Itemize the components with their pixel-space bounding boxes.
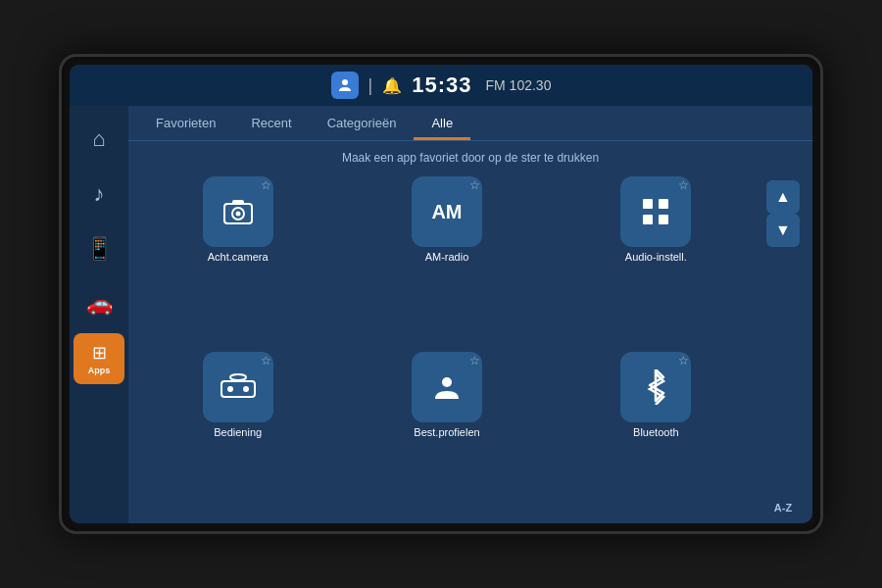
- home-icon: ⌂: [92, 126, 105, 152]
- am-radio-label: AM-radio: [425, 251, 469, 263]
- sidebar-item-home[interactable]: ⌂: [74, 114, 124, 165]
- app-icon-wrapper-bediening: ☆: [203, 352, 273, 422]
- radio-display: FM 102.30: [486, 77, 552, 93]
- sidebar-item-apps[interactable]: ⊞ Apps: [74, 333, 124, 384]
- am-text: AM: [431, 201, 462, 223]
- scroll-up-button[interactable]: ▲: [766, 180, 800, 214]
- music-icon: ♪: [94, 181, 105, 207]
- az-sort-label[interactable]: A-Z: [774, 502, 792, 514]
- svg-point-0: [342, 79, 348, 85]
- svg-point-13: [442, 377, 452, 387]
- side-controls: ▲ ▼ A-Z: [763, 176, 803, 517]
- main-panel: Favorieten Recent Categorieën Alle Maak …: [128, 106, 812, 523]
- tabs-bar: Favorieten Recent Categorieën Alle: [128, 106, 812, 141]
- sidebar-item-music[interactable]: ♪: [74, 169, 124, 220]
- svg-point-12: [243, 386, 249, 392]
- tab-alle[interactable]: Alle: [414, 106, 470, 140]
- audio-instell-star[interactable]: ☆: [678, 178, 689, 192]
- app-icon-wrapper-audio-instell: ☆: [620, 176, 691, 247]
- car-display-frame: | 🔔 15:33 FM 102.30 ⌂ ♪ 📱 🚗: [59, 54, 823, 534]
- app-item-best-profielen[interactable]: ☆ Best.profielen: [347, 352, 546, 517]
- infotainment-screen: | 🔔 15:33 FM 102.30 ⌂ ♪ 📱 🚗: [70, 65, 812, 523]
- bediening-star[interactable]: ☆: [261, 354, 271, 368]
- app-icon-wrapper-best-profielen: ☆: [412, 352, 482, 422]
- app-item-bluetooth[interactable]: ☆ Bluetooth: [557, 352, 756, 517]
- sidebar-item-phone[interactable]: 📱: [74, 223, 124, 274]
- svg-rect-5: [643, 199, 653, 209]
- app-item-audio-instell[interactable]: ☆ Audio-instell.: [557, 176, 756, 342]
- svg-rect-3: [232, 200, 244, 205]
- header-divider: |: [368, 75, 373, 96]
- acht-camera-label: Acht.camera: [208, 251, 269, 263]
- hint-text: Maak een app favoriet door op de ster te…: [128, 141, 812, 171]
- app-item-am-radio[interactable]: AM ☆ AM-radio: [347, 176, 546, 342]
- app-icon-wrapper-acht-camera: ☆: [203, 176, 273, 247]
- best-profielen-label: Best.profielen: [414, 426, 479, 438]
- svg-rect-8: [659, 215, 668, 224]
- am-radio-star[interactable]: ☆: [469, 178, 480, 192]
- apps-icon: ⊞: [92, 342, 107, 364]
- content-area: ⌂ ♪ 📱 🚗 ⊞ Apps: [70, 106, 812, 523]
- app-item-bediening[interactable]: ☆ Bediening: [138, 352, 337, 517]
- sidebar-item-car[interactable]: 🚗: [74, 278, 124, 329]
- chevron-down-icon: ▼: [775, 221, 791, 239]
- bluetooth-label: Bluetooth: [633, 426, 678, 438]
- car-icon: 🚗: [86, 291, 113, 317]
- svg-point-10: [230, 374, 246, 380]
- tab-favorieten[interactable]: Favorieten: [138, 106, 233, 140]
- header-bar: | 🔔 15:33 FM 102.30: [70, 65, 812, 106]
- sidebar: ⌂ ♪ 📱 🚗 ⊞ Apps: [70, 106, 128, 523]
- clock-display: 15:33: [412, 73, 471, 98]
- bluetooth-star[interactable]: ☆: [678, 354, 689, 368]
- app-item-acht-camera[interactable]: ☆ Acht.camera: [138, 176, 337, 342]
- profile-icon[interactable]: [331, 72, 359, 99]
- phone-icon: 📱: [86, 236, 113, 262]
- best-profielen-star[interactable]: ☆: [469, 354, 480, 368]
- bediening-label: Bediening: [214, 426, 262, 438]
- app-grid-wrapper: ☆ Acht.camera AM ☆: [128, 171, 812, 523]
- app-icon-wrapper-bluetooth: ☆: [620, 352, 691, 422]
- tab-categorieen[interactable]: Categorieën: [310, 106, 415, 140]
- svg-rect-6: [659, 199, 668, 209]
- acht-camera-star[interactable]: ☆: [261, 178, 271, 192]
- svg-rect-9: [221, 381, 255, 397]
- svg-point-11: [227, 386, 233, 392]
- app-grid: ☆ Acht.camera AM ☆: [138, 176, 756, 517]
- bell-icon: 🔔: [382, 76, 402, 95]
- scroll-down-button[interactable]: ▼: [766, 214, 800, 247]
- tab-recent[interactable]: Recent: [233, 106, 309, 140]
- apps-label: Apps: [88, 366, 111, 375]
- app-icon-wrapper-am-radio: AM ☆: [412, 176, 482, 247]
- audio-instell-label: Audio-instell.: [625, 251, 687, 263]
- svg-point-4: [235, 212, 240, 217]
- svg-rect-7: [643, 215, 653, 224]
- chevron-up-icon: ▲: [775, 188, 791, 206]
